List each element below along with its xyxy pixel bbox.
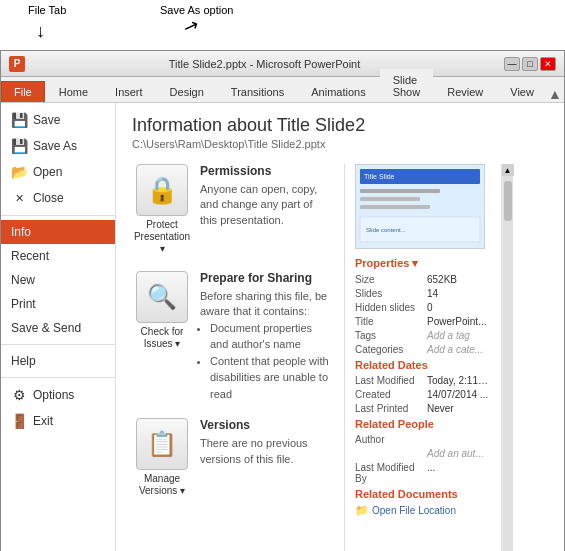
- lock-icon: 🔒: [146, 175, 178, 206]
- close-icon: ✕: [11, 190, 27, 206]
- sidebar-item-save-send[interactable]: Save & Send: [1, 316, 115, 340]
- prepare-section: 🔍 Check for Issues ▾ Prepare for Sharing…: [132, 271, 332, 402]
- props-author: Author: [355, 434, 489, 445]
- sidebar: 💾 Save 💾 Save As 📂 Open ✕ Close Info Rec…: [1, 103, 116, 551]
- protect-btn-wrap: 🔒 Protect Presentation ▾: [132, 164, 192, 255]
- sidebar-item-info[interactable]: Info: [1, 220, 115, 244]
- tab-home[interactable]: Home: [46, 81, 101, 102]
- save-as-icon: 💾: [11, 138, 27, 154]
- properties-column: Title Slide Slide content... Properties …: [344, 164, 489, 551]
- tab-insert[interactable]: Insert: [102, 81, 156, 102]
- protect-button-label: Protect Presentation ▾: [132, 219, 192, 255]
- versions-title: Versions: [200, 418, 332, 432]
- scrollbar[interactable]: ▲ ▼: [501, 164, 513, 551]
- ribbon-tabs: File Home Insert Design Transitions Anim…: [1, 77, 564, 103]
- versions-icon: 📋: [147, 430, 177, 458]
- prepare-title: Prepare for Sharing: [200, 271, 332, 285]
- svg-rect-3: [360, 189, 440, 193]
- title-bar: P Title Slide2.pptx - Microsoft PowerPoi…: [1, 51, 564, 77]
- thumbnail-svg: Title Slide Slide content...: [356, 165, 484, 248]
- tab-design[interactable]: Design: [157, 81, 217, 102]
- info-body: 🔒 Protect Presentation ▾ Permissions Any…: [116, 156, 564, 551]
- sidebar-item-save[interactable]: 💾 Save: [1, 107, 115, 133]
- props-last-printed: Last Printed Never: [355, 403, 489, 414]
- check-issues-btn-wrap: 🔍 Check for Issues ▾: [132, 271, 192, 350]
- tab-transitions[interactable]: Transitions: [218, 81, 297, 102]
- permissions-text: Anyone can open, copy, and change any pa…: [200, 182, 332, 228]
- related-dates-title: Related Dates: [355, 359, 489, 371]
- permissions-section: 🔒 Protect Presentation ▾ Permissions Any…: [132, 164, 332, 255]
- open-file-location-link[interactable]: 📁 Open File Location: [355, 504, 489, 517]
- sidebar-item-close[interactable]: ✕ Close: [1, 185, 115, 211]
- manage-versions-label: Manage Versions ▾: [139, 473, 185, 497]
- props-add-author: Add an aut...: [355, 448, 489, 459]
- prepare-desc: Prepare for Sharing Before sharing this …: [200, 271, 332, 402]
- open-file-location-label: Open File Location: [372, 505, 456, 516]
- slide-thumbnail: Title Slide Slide content...: [355, 164, 485, 249]
- tab-animations[interactable]: Animations: [298, 81, 378, 102]
- related-people-title: Related People: [355, 418, 489, 430]
- annotations-area: File Tab Save As option ↓ ↙: [0, 0, 565, 50]
- sidebar-item-open[interactable]: 📂 Open: [1, 159, 115, 185]
- sidebar-item-print[interactable]: Print: [1, 292, 115, 316]
- minimize-button[interactable]: —: [504, 57, 520, 71]
- sidebar-item-save-as[interactable]: 💾 Save As: [1, 133, 115, 159]
- main-content: 💾 Save 💾 Save As 📂 Open ✕ Close Info Rec…: [1, 103, 564, 551]
- tab-file[interactable]: File: [1, 81, 45, 102]
- scrollbar-thumb[interactable]: [504, 181, 512, 221]
- sidebar-item-exit[interactable]: 🚪 Exit: [1, 408, 115, 434]
- info-path: C:\Users\Ram\Desktop\Title Slide2.pptx: [132, 138, 548, 150]
- check-icon: 🔍: [147, 283, 177, 311]
- props-tags: Tags Add a tag: [355, 330, 489, 341]
- check-issues-button[interactable]: 🔍: [136, 271, 188, 323]
- permissions-desc: Permissions Anyone can open, copy, and c…: [200, 164, 332, 228]
- props-section-title: Properties ▾: [355, 257, 489, 270]
- list-item: Content that people with disabilities ar…: [210, 353, 332, 403]
- props-slides: Slides 14: [355, 288, 489, 299]
- permissions-title: Permissions: [200, 164, 332, 178]
- svg-rect-4: [360, 197, 420, 201]
- file-tab-annotation: File Tab: [28, 4, 66, 16]
- tab-slideshow[interactable]: Slide Show: [380, 69, 434, 102]
- check-issues-label: Check for Issues ▾: [141, 326, 184, 350]
- manage-versions-button[interactable]: 📋: [136, 418, 188, 470]
- sidebar-item-help[interactable]: Help: [1, 349, 115, 373]
- title-bar-controls[interactable]: — □ ✕: [504, 57, 556, 71]
- props-categories: Categories Add a cate...: [355, 344, 489, 355]
- open-icon: 📂: [11, 164, 27, 180]
- versions-desc: Versions There are no previous versions …: [200, 418, 332, 467]
- props-created: Created 14/07/2014 ...: [355, 389, 489, 400]
- options-icon: ⚙: [11, 387, 27, 403]
- main-window: P Title Slide2.pptx - Microsoft PowerPoi…: [0, 50, 565, 551]
- list-item: Document properties and author's name: [210, 320, 332, 353]
- scrollbar-track[interactable]: [503, 176, 513, 551]
- exit-icon: 🚪: [11, 413, 27, 429]
- versions-section: 📋 Manage Versions ▾ Versions There are n…: [132, 418, 332, 497]
- sidebar-item-new[interactable]: New: [1, 268, 115, 292]
- prepare-list: Document properties and author's name Co…: [210, 320, 332, 403]
- prepare-text: Before sharing this file, be aware that …: [200, 289, 332, 320]
- protect-button[interactable]: 🔒: [136, 164, 188, 216]
- info-title: Information about Title Slide2: [132, 115, 548, 136]
- versions-text: There are no previous versions of this f…: [200, 436, 332, 467]
- info-panel: Information about Title Slide2 C:\Users\…: [116, 103, 564, 551]
- folder-icon: 📁: [355, 504, 369, 517]
- related-docs-title: Related Documents: [355, 488, 489, 500]
- svg-text:Title Slide: Title Slide: [364, 173, 395, 180]
- svg-text:Slide content...: Slide content...: [366, 227, 406, 233]
- svg-rect-5: [360, 205, 430, 209]
- ribbon-collapse[interactable]: ▲: [548, 86, 562, 102]
- info-header: Information about Title Slide2 C:\Users\…: [116, 103, 564, 156]
- sidebar-item-options[interactable]: ⚙ Options: [1, 382, 115, 408]
- manage-versions-btn-wrap: 📋 Manage Versions ▾: [132, 418, 192, 497]
- tab-view[interactable]: View: [497, 81, 547, 102]
- props-size: Size 652KB: [355, 274, 489, 285]
- scroll-up-arrow[interactable]: ▲: [502, 164, 514, 176]
- props-hidden-slides: Hidden slides 0: [355, 302, 489, 313]
- props-last-modified: Last Modified Today, 2:11 ...: [355, 375, 489, 386]
- sidebar-item-recent[interactable]: Recent: [1, 244, 115, 268]
- close-button[interactable]: ✕: [540, 57, 556, 71]
- maximize-button[interactable]: □: [522, 57, 538, 71]
- actions-column: 🔒 Protect Presentation ▾ Permissions Any…: [132, 164, 332, 551]
- tab-review[interactable]: Review: [434, 81, 496, 102]
